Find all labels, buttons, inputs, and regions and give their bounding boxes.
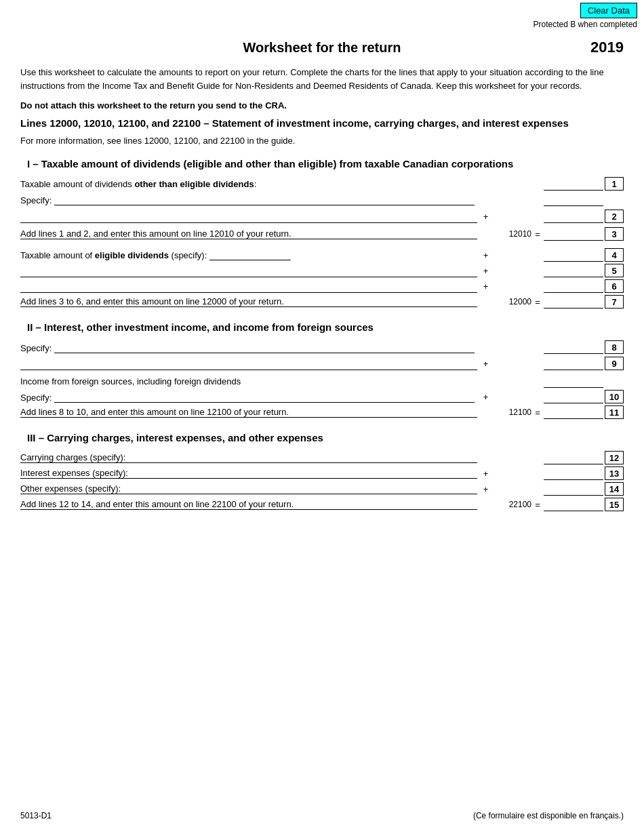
input-line-9[interactable] — [544, 357, 603, 367]
line-number-12: 12 — [605, 451, 624, 464]
input-line-12[interactable] — [544, 451, 603, 461]
line-number-13: 13 — [605, 466, 624, 480]
line-number-1: 1 — [605, 177, 624, 191]
foreign-income-label: Income from foreign sources, including f… — [20, 374, 624, 389]
year-label: 2019 — [569, 39, 624, 56]
intro-text: Use this worksheet to calculate the amou… — [20, 66, 624, 92]
input-line-1[interactable] — [544, 177, 603, 187]
section-II-title: II – Interest, other investment income, … — [20, 321, 624, 333]
line-number-15: 15 — [605, 498, 624, 511]
row-6: + 6 — [20, 279, 624, 294]
row-1: Taxable amount of dividends other than e… — [20, 176, 624, 191]
line-number-7: 7 — [605, 295, 624, 309]
input-line-10[interactable] — [544, 390, 603, 400]
page-title: Worksheet for the return — [75, 40, 569, 56]
input-line-6[interactable] — [544, 279, 603, 290]
row-13: Interest expenses (specify): + 13 — [20, 466, 624, 481]
line-number-2: 2 — [605, 210, 624, 223]
input-line-7[interactable] — [544, 295, 603, 305]
input-line-8[interactable] — [544, 340, 603, 351]
row-10: Specify: + 10 — [20, 389, 624, 404]
input-line-13[interactable] — [544, 466, 603, 477]
line-number-4: 4 — [605, 248, 624, 262]
row-15: Add lines 12 to 14, and enter this amoun… — [20, 497, 624, 512]
row-5: + 5 — [20, 263, 624, 278]
line-number-3: 3 — [605, 227, 624, 241]
section-III-title: III – Carrying charges, interest expense… — [20, 432, 624, 443]
form-number: 5013-D1 — [20, 811, 52, 820]
line-number-5: 5 — [605, 264, 624, 277]
row-1b-specify: Specify: — [20, 192, 624, 207]
section-I-title: I – Taxable amount of dividends (eligibl… — [20, 158, 624, 170]
row-4: Taxable amount of eligible dividends (sp… — [20, 247, 624, 262]
input-line-11[interactable] — [544, 405, 603, 416]
row-11: Add lines 8 to 10, and enter this amount… — [20, 405, 624, 420]
protected-b-text: Protected B when completed — [0, 20, 644, 32]
line-number-14: 14 — [605, 482, 624, 496]
line-number-9: 9 — [605, 357, 624, 370]
input-line-2[interactable] — [544, 210, 603, 220]
line-number-11: 11 — [605, 405, 624, 419]
guide-reference: For more information, see lines 12000, 1… — [20, 136, 624, 146]
row-14: Other expenses (specify): + 14 — [20, 481, 624, 496]
do-not-attach-notice: Do not attach this worksheet to the retu… — [20, 100, 624, 111]
row-8: Specify: 8 — [20, 340, 624, 355]
row-3: Add lines 1 and 2, and enter this amount… — [20, 226, 624, 241]
row-2: + 2 — [20, 209, 624, 224]
row-12: Carrying charges (specify): 12 — [20, 450, 624, 465]
line-number-10: 10 — [605, 390, 624, 403]
line-number-6: 6 — [605, 279, 624, 293]
row-7: Add lines 3 to 6, and enter this amount … — [20, 294, 624, 309]
french-text: (Ce formulaire est disponible en françai… — [473, 811, 624, 820]
row-9: + 9 — [20, 356, 624, 371]
lines-heading: Lines 12000, 12010, 12100, and 22100 – S… — [20, 116, 624, 130]
input-line-4[interactable] — [544, 248, 603, 258]
input-line-3[interactable] — [544, 227, 603, 237]
line-number-8: 8 — [605, 340, 624, 354]
input-line-14[interactable] — [544, 482, 603, 492]
input-line-15[interactable] — [544, 498, 603, 508]
input-line-5[interactable] — [544, 264, 603, 274]
clear-data-button[interactable]: Clear Data — [580, 3, 637, 18]
